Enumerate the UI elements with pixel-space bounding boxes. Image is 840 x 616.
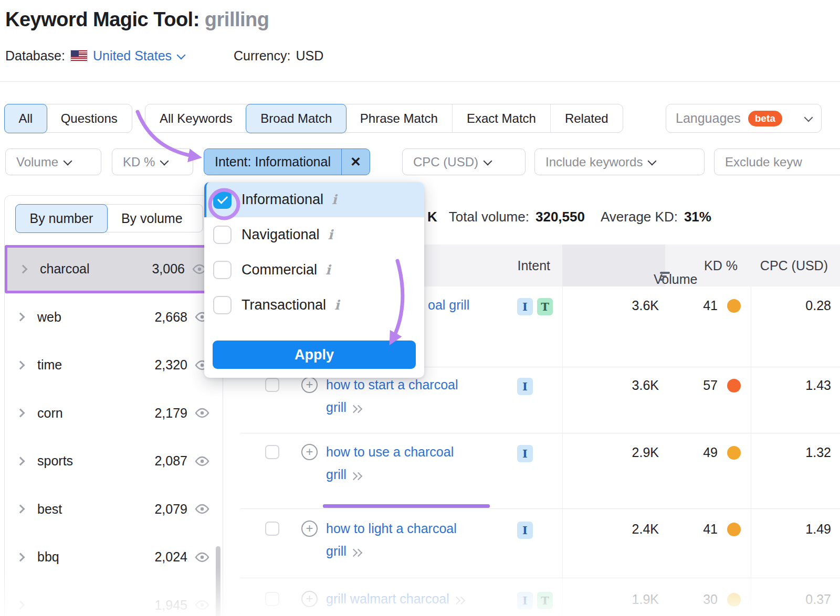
column-header-kd[interactable]: KD % <box>704 258 738 273</box>
tab-by-volume[interactable]: By volume <box>107 205 203 232</box>
add-to-list-icon[interactable] <box>301 377 318 393</box>
info-icon[interactable]: i <box>332 192 337 207</box>
sidebar-scrollbar[interactable] <box>216 546 220 616</box>
keyword-group-row[interactable]: web2,668 <box>5 293 223 342</box>
row-checkbox[interactable] <box>265 592 279 606</box>
intent-option-transactional[interactable]: Transactionali <box>204 288 424 323</box>
languages-dropdown[interactable]: Languages beta <box>666 104 822 133</box>
keyword-group-row[interactable]: bbq2,024 <box>5 533 223 581</box>
kd-value: 41 <box>703 298 718 313</box>
intent-badges: I <box>517 522 533 539</box>
eye-toggle[interactable] <box>194 456 210 466</box>
info-icon[interactable]: i <box>328 227 333 242</box>
group-keyword: sports <box>37 453 73 469</box>
eye-toggle[interactable] <box>194 552 210 562</box>
add-to-list-icon[interactable] <box>301 444 318 460</box>
eye-icon[interactable] <box>194 504 210 514</box>
tool-name: Keyword Magic Tool: <box>5 8 200 30</box>
info-icon[interactable]: i <box>326 262 331 278</box>
column-divider <box>751 578 751 615</box>
intent-option-navigational[interactable]: Navigationali <box>204 217 424 252</box>
chevron-right-icon[interactable] <box>19 264 28 273</box>
intent-filter-chip[interactable]: Intent: Informational ✕ <box>204 148 370 175</box>
intent-option-informational[interactable]: Informationali <box>204 182 424 217</box>
tab-exact-match[interactable]: Exact Match <box>452 104 550 132</box>
chevron-right-icon[interactable] <box>16 313 25 322</box>
keyword-link[interactable]: grill walmart charcoal <box>326 588 465 610</box>
apply-button[interactable]: Apply <box>213 341 416 369</box>
eye-icon[interactable] <box>194 456 210 466</box>
filters-row: Volume KD % Intent: Informational ✕ CPC … <box>0 148 840 175</box>
chevron-right-icon[interactable] <box>16 456 25 465</box>
database-selector[interactable]: United States <box>93 48 184 63</box>
add-to-list-icon[interactable] <box>301 591 318 607</box>
tab-questions[interactable]: Questions <box>47 104 132 132</box>
keyword-group-row[interactable]: corn2,179 <box>5 389 223 438</box>
remove-intent-filter-button[interactable]: ✕ <box>341 149 370 175</box>
group-sort-tabs: By number By volume <box>15 204 203 232</box>
checked-checkbox[interactable] <box>213 190 232 209</box>
table-row[interactable]: how to light a charcoal grillI2.4K411.49 <box>240 509 840 578</box>
eye-toggle[interactable] <box>194 408 210 418</box>
keyword-group-row[interactable]: 1,945 <box>5 581 223 616</box>
keyword-group-row[interactable]: sports2,087 <box>5 437 223 485</box>
open-keyword-icon[interactable] <box>352 463 361 486</box>
intent-option-label: Informational <box>242 192 323 208</box>
keyword-link[interactable]: how to start a charcoal grill <box>326 374 465 419</box>
add-to-list-icon[interactable] <box>301 521 318 537</box>
eye-icon[interactable] <box>194 552 210 562</box>
group-count: 1,945 <box>154 598 187 613</box>
chevron-right-icon[interactable] <box>16 505 25 514</box>
keyword-link[interactable]: how to light a charcoal grill <box>326 517 465 562</box>
table-row[interactable]: grill walmart charcoalIT1.9K300.37 <box>240 578 840 616</box>
column-header-intent[interactable]: Intent <box>517 258 550 273</box>
tab-related[interactable]: Related <box>550 104 623 132</box>
eye-toggle[interactable] <box>194 600 210 610</box>
sort-descending-icon <box>660 272 670 281</box>
exclude-keywords-filter-button[interactable]: Exclude keyw <box>714 148 840 175</box>
eye-toggle[interactable] <box>194 504 210 514</box>
eye-icon[interactable] <box>194 408 210 418</box>
kd-filter-button[interactable]: KD % <box>112 148 193 175</box>
row-checkbox[interactable] <box>265 378 279 392</box>
row-checkbox[interactable] <box>265 445 279 459</box>
group-keyword: best <box>37 502 62 517</box>
keyword-group-row[interactable]: time2,320 <box>5 341 223 389</box>
intent-option-commercial[interactable]: Commerciali <box>204 252 424 288</box>
table-row[interactable]: how to use a charcoal grillI2.9K491.32 <box>240 433 840 509</box>
eye-icon[interactable] <box>194 600 210 610</box>
unchecked-checkbox[interactable] <box>213 296 232 314</box>
intent-option-label: Commercial <box>242 262 317 278</box>
intent-badge-i: I <box>517 298 533 315</box>
us-flag-icon <box>70 50 88 62</box>
open-keyword-icon[interactable] <box>455 588 464 610</box>
kd-difficulty-dot <box>727 446 741 460</box>
keyword-group-row[interactable]: charcoal3,006 <box>5 245 223 293</box>
unchecked-checkbox[interactable] <box>213 226 232 244</box>
tab-all[interactable]: All <box>4 104 48 133</box>
include-keywords-filter-button[interactable]: Include keywords <box>534 148 705 175</box>
keyword-link[interactable]: how to use a charcoal grill <box>326 441 465 486</box>
column-header-cpc[interactable]: CPC (USD) <box>760 258 828 273</box>
tab-by-number[interactable]: By number <box>15 204 108 233</box>
chevron-right-icon[interactable] <box>16 553 25 561</box>
cpc-value: 1.49 <box>805 522 831 537</box>
languages-label: Languages <box>676 111 741 126</box>
chevron-down-icon <box>177 51 186 60</box>
info-icon[interactable]: i <box>334 298 340 313</box>
tab-phrase-match[interactable]: Phrase Match <box>346 104 452 132</box>
volume-filter-button[interactable]: Volume <box>5 148 101 175</box>
open-keyword-icon[interactable] <box>352 540 361 562</box>
column-divider <box>751 433 751 508</box>
open-keyword-icon[interactable] <box>352 396 361 419</box>
unchecked-checkbox[interactable] <box>213 261 232 279</box>
row-checkbox[interactable] <box>265 522 279 536</box>
tab-broad-match[interactable]: Broad Match <box>246 104 346 133</box>
chevron-right-icon[interactable] <box>16 360 25 369</box>
cpc-filter-button[interactable]: CPC (USD) <box>402 148 526 175</box>
tab-all-keywords[interactable]: All Keywords <box>145 104 247 132</box>
chevron-right-icon[interactable] <box>16 409 25 418</box>
keyword-group-row[interactable]: best2,079 <box>5 485 223 534</box>
keyword-groups-list: charcoal3,006web2,668time2,320corn2,179s… <box>5 245 223 616</box>
chevron-right-icon[interactable] <box>16 601 25 610</box>
